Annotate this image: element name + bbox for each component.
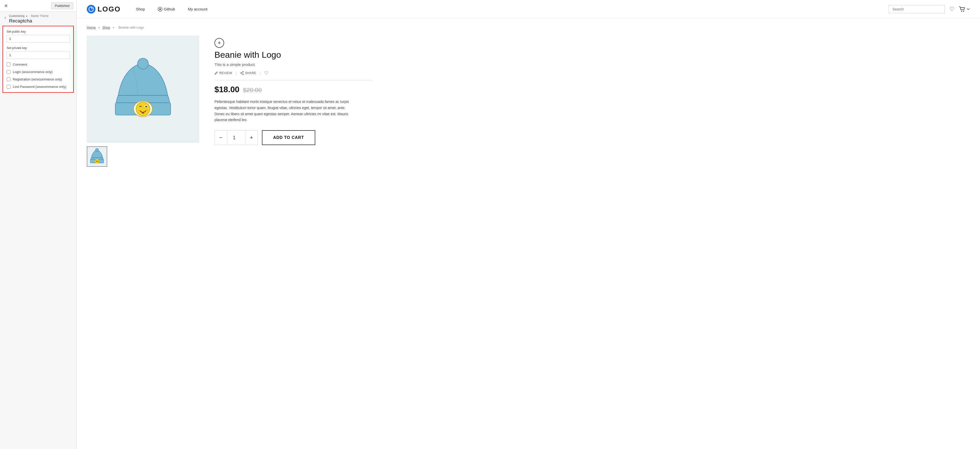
checkbox-registration-label: Registration (woocommerce only) xyxy=(13,77,62,81)
logo-text: LOGO xyxy=(97,5,121,13)
price-row: $18.00 $20.00 xyxy=(215,85,373,94)
product-add-icon[interactable]: + xyxy=(215,38,224,48)
thumbnail-row xyxy=(87,146,199,167)
svg-point-7 xyxy=(138,58,149,69)
breadcrumb-parent-link[interactable]: Customizing xyxy=(9,14,24,18)
quantity-row: − + ADD TO CART xyxy=(215,130,373,145)
beanie-svg xyxy=(107,51,179,127)
svg-point-20 xyxy=(240,73,241,73)
breadcrumb-text: Customizing ▸ Starter Theme Recaptcha xyxy=(9,14,49,24)
svg-point-4 xyxy=(961,11,962,12)
quantity-input[interactable] xyxy=(227,130,245,145)
github-icon xyxy=(158,7,162,11)
breadcrumb-product: Beanie with Logo xyxy=(118,25,144,29)
nav-github[interactable]: Github xyxy=(158,7,175,11)
svg-point-15 xyxy=(95,148,99,151)
private-key-label: Set private key xyxy=(6,46,70,50)
product-title: Beanie with Logo xyxy=(215,50,373,60)
share-icon xyxy=(240,71,244,75)
action-sep-2: | xyxy=(260,71,261,75)
public-key-input[interactable] xyxy=(6,35,70,43)
breadcrumb-shop-link[interactable]: Shop xyxy=(102,25,110,29)
checkbox-login-label: Login (woocommerce only) xyxy=(13,70,52,74)
cart-icon[interactable] xyxy=(959,6,970,12)
header-right: ♡ xyxy=(889,5,970,13)
private-key-field: Set private key xyxy=(6,46,70,59)
svg-point-17 xyxy=(95,159,99,163)
svg-point-13 xyxy=(146,109,148,111)
main-content: LOGO Shop Github My account ♡ xyxy=(76,0,980,449)
breadcrumb-child: Starter Theme xyxy=(31,14,48,18)
product-thumbnail-1[interactable] xyxy=(87,146,107,167)
main-product-image xyxy=(87,35,199,143)
pencil-icon xyxy=(215,71,218,75)
product-layout: + Beanie with Logo This is a simple prod… xyxy=(87,35,373,167)
svg-line-22 xyxy=(241,73,243,74)
checkbox-comment[interactable] xyxy=(6,62,11,67)
svg-line-21 xyxy=(241,72,243,73)
product-wishlist-icon[interactable]: ♡ xyxy=(264,70,268,76)
public-key-field: Set public key xyxy=(6,30,70,43)
cart-dropdown-icon xyxy=(967,8,970,10)
svg-point-3 xyxy=(159,8,161,10)
svg-point-11 xyxy=(145,106,147,107)
recaptcha-form: Set public key Set private key Comment L… xyxy=(3,26,74,93)
site-header: LOGO Shop Github My account ♡ xyxy=(76,0,980,18)
breadcrumb-sep1: » xyxy=(98,25,101,29)
checkbox-lostpassword[interactable] xyxy=(6,85,11,89)
published-button[interactable]: Published xyxy=(51,2,73,9)
checkbox-registration-row: Registration (woocommerce only) xyxy=(6,77,70,81)
quantity-increase-button[interactable]: + xyxy=(245,130,258,145)
nav-myaccount[interactable]: My account xyxy=(188,7,208,11)
product-description: Pellentesque habitant morbi tristique se… xyxy=(215,99,352,123)
section-title: Recaptcha xyxy=(9,18,49,24)
page-breadcrumb: Home » Shop » Beanie with Logo xyxy=(87,25,373,29)
back-button[interactable]: ‹ xyxy=(3,15,7,21)
customizer-panel: ✕ Published ‹ Customizing ▸ Starter Them… xyxy=(0,0,76,449)
breadcrumb-nav: Customizing ▸ Starter Theme xyxy=(9,14,49,18)
breadcrumb-sep2: » xyxy=(113,25,115,29)
price-original: $20.00 xyxy=(243,87,262,94)
checkbox-login-row: Login (woocommerce only) xyxy=(6,70,70,74)
breadcrumb-home-link[interactable]: Home xyxy=(87,25,96,29)
share-link[interactable]: SHARE xyxy=(240,71,256,75)
svg-point-12 xyxy=(146,106,147,106)
private-key-input[interactable] xyxy=(6,51,70,59)
checkbox-login[interactable] xyxy=(6,70,11,74)
checkbox-comment-label: Comment xyxy=(13,62,27,67)
product-details: + Beanie with Logo This is a simple prod… xyxy=(215,35,373,145)
action-sep-1: | xyxy=(235,71,237,75)
page-body: Home » Shop » Beanie with Logo xyxy=(76,18,383,177)
quantity-decrease-button[interactable]: − xyxy=(215,130,227,145)
checkbox-lostpassword-label: Lost Password (woocommerce only) xyxy=(13,85,66,89)
public-key-label: Set public key xyxy=(6,30,70,33)
checkbox-registration[interactable] xyxy=(6,77,11,81)
price-current: $18.00 xyxy=(215,85,239,94)
product-subtitle: This is a simple product. xyxy=(215,62,373,67)
nav-shop[interactable]: Shop xyxy=(136,7,145,11)
logo-icon xyxy=(87,5,95,14)
nav-links: Shop Github My account xyxy=(136,7,207,11)
wishlist-icon[interactable]: ♡ xyxy=(949,6,955,13)
breadcrumb-area: ‹ Customizing ▸ Starter Theme Recaptcha xyxy=(0,12,76,26)
search-input[interactable] xyxy=(889,5,945,13)
logo-area: LOGO xyxy=(87,5,121,14)
svg-point-5 xyxy=(963,11,964,12)
top-bar: ✕ Published xyxy=(0,0,76,12)
checkbox-comment-row: Comment xyxy=(6,62,70,67)
product-images xyxy=(87,35,199,167)
review-link[interactable]: REVIEW xyxy=(215,71,232,75)
add-to-cart-button[interactable]: ADD TO CART xyxy=(262,130,315,145)
breadcrumb-separator: ▸ xyxy=(26,14,28,18)
close-button[interactable]: ✕ xyxy=(3,2,9,10)
product-actions-row: REVIEW | SHARE | ♡ xyxy=(215,70,373,80)
checkbox-lostpassword-row: Lost Password (woocommerce only) xyxy=(6,85,70,89)
